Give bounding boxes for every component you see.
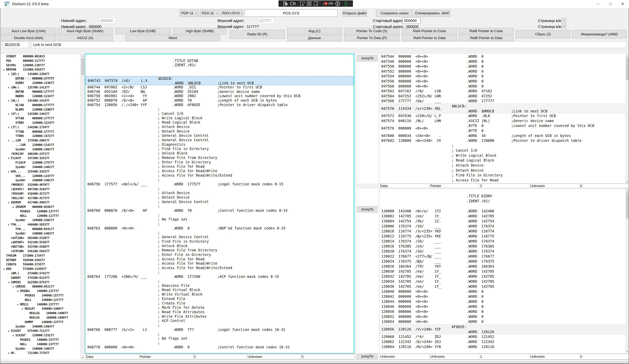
close-button[interactable]: ✕ xyxy=(617,0,629,8)
code-line[interactable]: 120020 176374 /ЭЭ/ ___ .WORD 176374 xyxy=(379,249,626,254)
tree-expanded-icon[interactable]: ◢ xyxy=(8,86,9,89)
code-line[interactable]: 047566 177777 /ЬЬ/ ___ .WORD 177777 xyxy=(379,99,626,104)
tree-item-up[interactable]: ◢UP. 711300:727677 xyxy=(0,351,80,356)
generate-mac-button[interactable]: Сгенерировать .MAC xyxy=(415,10,450,17)
code-line[interactable]: 046770 000000 <0><0> .WORD 0 ;Control fu… xyxy=(85,345,354,350)
tree-item-label[interactable]: COMINI 000000:052177 xyxy=(15,285,54,288)
tree-item-dz[interactable]: ◢(DZ:) 131000:135677 xyxy=(0,72,80,77)
tree-expanded-icon[interactable]: ◢ xyxy=(17,303,18,306)
tree-item-label[interactable]: ...LDR 173500:200177 xyxy=(11,139,49,142)
low-address-input[interactable]: 000000 xyxy=(99,17,116,24)
code-line[interactable]: 047600 000034 <34><0> . .WORD 34 ;Length… xyxy=(379,133,626,138)
tree-item-f11acp[interactable]: ◢F11ACP 247200:325377 xyxy=(0,156,80,161)
tree-item-tfw[interactable]: TFW... 000000:034177 xyxy=(0,227,80,232)
tree-expanded-icon[interactable]: ◢ xyxy=(22,307,23,310)
tree-item-label[interactable]: BITMAP 556500:556577 xyxy=(6,258,45,262)
tree-item-label[interactable]: RMS11 140000:137777 xyxy=(20,303,59,306)
code-line[interactable]: 046752 000070 /8/<0> AP .WORD 70 ;Length… xyxy=(85,98,354,103)
code-line[interactable]: 047560 000000 <0><0> .WORD 0 xyxy=(379,84,626,89)
tree-item-tfw[interactable]: ◢TFW... 446600:503377 xyxy=(0,223,80,227)
tree-item-label[interactable]: VTDRV 120000:122477 xyxy=(15,121,54,124)
code-line[interactable]: 047572 047630 <230>/O/ L_P .WORD .NL0 ;P… xyxy=(379,113,626,118)
radix50-button[interactable]: Radix-50 (R) xyxy=(230,30,285,39)
tree-item-realrt[interactable]: ◢REALRT 140000:140077 xyxy=(0,307,80,311)
right-top-scrollbar-thumb[interactable] xyxy=(626,58,629,80)
labeled-block[interactable]: $NLDCB: .WORD $NMDCB ;Link to next DCB 0… xyxy=(379,104,626,113)
tree-expanded-icon[interactable]: ◢ xyxy=(8,113,9,115)
tree-item-label[interactable]: SCAINT 120000:133277 xyxy=(15,334,54,337)
ascii-low-byte-button[interactable]: Ascii Low Byte (CtrlA) xyxy=(1,28,56,34)
code-line[interactable]: 046744 047002 <2>/N/ LSJ .WORD .DZ1 ;Poi… xyxy=(85,85,354,90)
tree-item-ver[interactable]: VER... 120000:124777 xyxy=(0,174,80,178)
tree-expanded-icon[interactable]: ◢ xyxy=(8,99,9,102)
tree-item-label[interactable]: REALRT 140000:140077 xyxy=(25,307,63,310)
tree-item-gen[interactable]: ◢GEN 573600:1145677 xyxy=(0,267,80,271)
tree-item-label[interactable]: NULL 140000:137777 xyxy=(20,343,59,346)
code-line[interactable]: 120032 142705 /ee/ 1Y_ .WORD 142705 xyxy=(379,274,626,279)
tree-item-label[interactable]: GEN 573600:1145677 xyxy=(6,267,46,271)
tree-item-null[interactable]: NULL 120000:117777 xyxy=(0,214,80,218)
code-line[interactable]: 120022 176677 <277>/Щ/ ___ .WORD 176677 xyxy=(379,254,626,259)
tree-expanded-icon[interactable]: ◢ xyxy=(8,139,9,142)
tree-item-insrem[interactable]: ◢INSREM 000000:026677 xyxy=(0,205,80,209)
code-line[interactable]: 047574 046116 /NL/ LHN .ASCII |NL| ;Gene… xyxy=(379,118,626,123)
tree-item-null[interactable]: NULL 140000:137777 xyxy=(0,342,80,347)
tree-item-vttab[interactable]: VTTAB 000000:177777 xyxy=(0,116,80,121)
tree-item-realsg[interactable]: REALSG 160000:160077 xyxy=(0,316,80,320)
tree-item-label[interactable]: POSNUL 140000:137777 xyxy=(20,289,59,293)
tree-item-comini[interactable]: ◢COMINI 000000:052177 xyxy=(0,284,80,289)
io-page-checkbox-2[interactable]: ✓ xyxy=(561,24,566,29)
right-top-panel[interactable]: 047544 000000 <0><0> .WORD 0 047546 0000… xyxy=(356,54,629,183)
code-line[interactable]: 047550 000000 <0><0> .WORD 0 xyxy=(379,64,626,69)
tree-item-label[interactable]: DZDRV 120000:124677 xyxy=(15,81,54,85)
tree-item-label[interactable]: DWDRV 120000:123477 xyxy=(15,95,54,98)
tree-item-label[interactable]: NLTAB 000000:177777 xyxy=(15,104,54,107)
tree-item-label[interactable]: SysHdr 140000:140177 xyxy=(15,165,54,169)
minimize-button[interactable]: – xyxy=(592,0,604,8)
jumpto-button-bottom-panel[interactable]: JumpTo xyxy=(357,206,377,213)
tree-item-null[interactable]: NULL 140000:137777 xyxy=(0,298,80,302)
tree-item-label[interactable]: NULL 140000:137777 xyxy=(25,298,63,302)
code-line[interactable]: 047556 000000 <0><0> .WORD 0 xyxy=(379,79,626,84)
high-address-input[interactable]: 117777 xyxy=(257,17,274,24)
tree-item-nldrv[interactable]: NLDRV 120000:120077 xyxy=(0,108,80,112)
tree-item-syshdr[interactable]: SysHdr 140000:140177 xyxy=(0,147,80,152)
tree-item-vt[interactable]: ◢(VT:) 141500:144177 xyxy=(0,112,80,116)
code-line[interactable]: 120050 000000 <0><0> .WORD 0 xyxy=(379,309,626,314)
target-document-icon[interactable] xyxy=(283,1,288,6)
tree-item-vt200[interactable]: +$VT200+ 503400:532077 xyxy=(0,236,80,241)
code-line[interactable]: 120010 116774 /Э/<235> YKD .WORD 116774 xyxy=(379,229,626,234)
tree-expanded-icon[interactable]: ◢ xyxy=(8,73,9,75)
tree-item-label[interactable]: ...LDR 120000:124277 xyxy=(15,143,54,147)
tree-item-syshdr[interactable]: SysHdr 140000:140177 xyxy=(0,165,80,170)
maximize-button[interactable]: □ xyxy=(605,0,616,8)
code-line[interactable]: 047546 000000 <0><0> .WORD 0 xyxy=(379,59,626,64)
tree-scrollbar[interactable]: ▲ ▼ xyxy=(81,54,85,360)
tree-expanded-icon[interactable]: ◢ xyxy=(17,290,18,292)
tree-item-label[interactable]: DUMMY 140000:137777 xyxy=(25,320,63,324)
code-line[interactable]: 120016 176305 /еЭ/ ___ .WORD 176305 xyxy=(379,244,626,249)
tree-item-label[interactable]: POSBIG 120000:137777 xyxy=(20,210,59,213)
data-button[interactable]: Данные xyxy=(287,35,342,41)
tree-item-ldr[interactable]: ◢...LDR 173500:200177 xyxy=(0,138,80,143)
tree-item-drvpar[interactable]: ◢DRVPAR 131000:556377 xyxy=(0,68,80,72)
code-line[interactable]: 046754 120056 /./<240> YYF .WORD AF002E … xyxy=(85,103,354,107)
accessibility-icon[interactable] xyxy=(335,1,340,6)
tree-item-syshdr[interactable]: SysHdr 140000:140177 xyxy=(0,178,80,183)
code-line[interactable]: 047552 000000 <0><0> .WORD 0 xyxy=(379,69,626,74)
format-combobox[interactable]: RSX+/SYS∨ xyxy=(221,10,243,17)
tree-item-posbig[interactable]: POSBIG 140000:157777 xyxy=(0,293,80,298)
tree-item-label[interactable]: TFW... 000000:034177 xyxy=(15,228,54,231)
tree-item-sboot[interactable]: ▷S$BOOT 574300:622477 xyxy=(0,276,80,280)
tree-item-ver[interactable]: ◢VER... 325400:332577 xyxy=(0,170,80,174)
camera-icon[interactable] xyxy=(290,2,296,5)
tree-item-label[interactable]: NLDRV 120000:120077 xyxy=(15,108,54,111)
tree-item-label[interactable]: DZTAB 000000:177777 xyxy=(15,77,54,80)
tree-item-posbig[interactable]: POSBIG 140000:157777 xyxy=(0,338,80,342)
tree-item-label[interactable]: S$BOOT 574300:622477 xyxy=(11,276,49,279)
tree-item-label[interactable]: VER... 120000:124777 xyxy=(15,174,54,178)
filename-input[interactable]: POS.SYS xyxy=(245,10,338,17)
code-line[interactable]: 046760 000070 /8/<0> AP .WORD 70 ;Contro… xyxy=(85,208,354,213)
code-line[interactable]: 047564 047252 <252>/N/ LWR .WORD 47252 xyxy=(379,94,626,99)
tree-item-nltab[interactable]: NLTAB 000000:177777 xyxy=(0,103,80,108)
